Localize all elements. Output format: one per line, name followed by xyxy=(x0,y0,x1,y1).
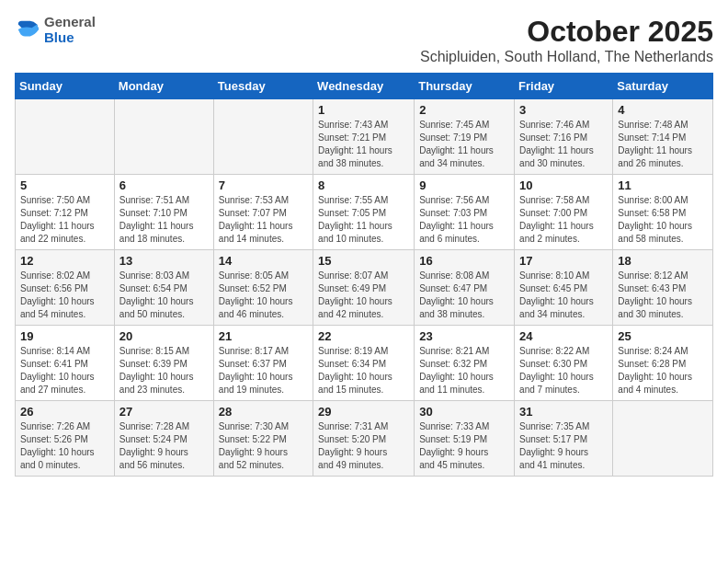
day-info: Sunrise: 7:30 AM Sunset: 5:22 PM Dayligh… xyxy=(219,420,308,472)
day-number: 8 xyxy=(318,178,409,192)
day-number: 2 xyxy=(419,103,509,117)
weekday-header-monday: Monday xyxy=(114,74,213,99)
calendar-cell: 20Sunrise: 8:15 AM Sunset: 6:39 PM Dayli… xyxy=(114,326,213,401)
day-number: 14 xyxy=(219,254,308,268)
calendar-cell: 27Sunrise: 7:28 AM Sunset: 5:24 PM Dayli… xyxy=(114,401,213,477)
day-info: Sunrise: 7:56 AM Sunset: 7:03 PM Dayligh… xyxy=(419,194,509,246)
day-info: Sunrise: 8:05 AM Sunset: 6:52 PM Dayligh… xyxy=(219,270,308,321)
day-info: Sunrise: 7:26 AM Sunset: 5:26 PM Dayligh… xyxy=(20,420,109,472)
calendar-cell: 30Sunrise: 7:33 AM Sunset: 5:19 PM Dayli… xyxy=(415,401,515,477)
day-info: Sunrise: 7:53 AM Sunset: 7:07 PM Dayligh… xyxy=(219,194,308,246)
calendar-title: October 2025 xyxy=(420,15,713,49)
day-info: Sunrise: 7:33 AM Sunset: 5:19 PM Dayligh… xyxy=(419,420,509,472)
calendar-cell: 25Sunrise: 8:24 AM Sunset: 6:28 PM Dayli… xyxy=(613,326,713,401)
day-number: 27 xyxy=(119,405,209,419)
day-number: 22 xyxy=(318,329,409,343)
day-info: Sunrise: 7:48 AM Sunset: 7:14 PM Dayligh… xyxy=(618,119,708,170)
calendar-cell: 12Sunrise: 8:02 AM Sunset: 6:56 PM Dayli… xyxy=(16,250,115,326)
day-info: Sunrise: 7:50 AM Sunset: 7:12 PM Dayligh… xyxy=(20,194,109,246)
calendar-cell: 17Sunrise: 8:10 AM Sunset: 6:45 PM Dayli… xyxy=(515,250,613,326)
day-info: Sunrise: 8:14 AM Sunset: 6:41 PM Dayligh… xyxy=(20,345,109,396)
calendar-cell: 24Sunrise: 8:22 AM Sunset: 6:30 PM Dayli… xyxy=(515,326,613,401)
calendar-cell: 21Sunrise: 8:17 AM Sunset: 6:37 PM Dayli… xyxy=(213,326,313,401)
calendar-cell: 31Sunrise: 7:35 AM Sunset: 5:17 PM Dayli… xyxy=(515,401,613,477)
calendar-week-4: 19Sunrise: 8:14 AM Sunset: 6:41 PM Dayli… xyxy=(16,326,713,401)
calendar-cell: 15Sunrise: 8:07 AM Sunset: 6:49 PM Dayli… xyxy=(313,250,415,326)
weekday-header-tuesday: Tuesday xyxy=(213,74,313,99)
calendar-cell: 26Sunrise: 7:26 AM Sunset: 5:26 PM Dayli… xyxy=(16,401,115,477)
logo: General Blue xyxy=(15,15,96,45)
day-info: Sunrise: 8:10 AM Sunset: 6:45 PM Dayligh… xyxy=(519,270,608,321)
calendar-cell: 7Sunrise: 7:53 AM Sunset: 7:07 PM Daylig… xyxy=(213,175,313,250)
day-info: Sunrise: 8:00 AM Sunset: 6:58 PM Dayligh… xyxy=(618,194,708,246)
day-number: 18 xyxy=(618,254,708,268)
day-info: Sunrise: 7:46 AM Sunset: 7:16 PM Dayligh… xyxy=(519,119,608,170)
day-number: 21 xyxy=(219,329,308,343)
day-number: 13 xyxy=(119,254,209,268)
day-number: 25 xyxy=(618,329,708,343)
day-info: Sunrise: 8:19 AM Sunset: 6:34 PM Dayligh… xyxy=(318,345,409,396)
calendar-week-1: 1Sunrise: 7:43 AM Sunset: 7:21 PM Daylig… xyxy=(16,99,713,175)
calendar-cell: 14Sunrise: 8:05 AM Sunset: 6:52 PM Dayli… xyxy=(213,250,313,326)
day-number: 12 xyxy=(20,254,109,268)
day-info: Sunrise: 8:22 AM Sunset: 6:30 PM Dayligh… xyxy=(519,345,608,396)
day-info: Sunrise: 8:08 AM Sunset: 6:47 PM Dayligh… xyxy=(419,270,509,321)
day-info: Sunrise: 8:12 AM Sunset: 6:43 PM Dayligh… xyxy=(618,270,708,321)
calendar-cell: 22Sunrise: 8:19 AM Sunset: 6:34 PM Dayli… xyxy=(313,326,415,401)
day-info: Sunrise: 7:58 AM Sunset: 7:00 PM Dayligh… xyxy=(519,194,608,246)
calendar-week-3: 12Sunrise: 8:02 AM Sunset: 6:56 PM Dayli… xyxy=(16,250,713,326)
day-number: 3 xyxy=(519,103,608,117)
day-number: 7 xyxy=(219,178,308,192)
calendar-cell xyxy=(613,401,713,477)
day-number: 29 xyxy=(318,405,409,419)
logo-icon xyxy=(15,17,40,43)
day-info: Sunrise: 8:07 AM Sunset: 6:49 PM Dayligh… xyxy=(318,270,409,321)
day-info: Sunrise: 8:15 AM Sunset: 6:39 PM Dayligh… xyxy=(119,345,209,396)
day-number: 17 xyxy=(519,254,608,268)
calendar-cell xyxy=(16,99,115,175)
calendar-cell: 2Sunrise: 7:45 AM Sunset: 7:19 PM Daylig… xyxy=(415,99,515,175)
logo-blue: Blue xyxy=(44,30,96,46)
calendar-cell: 16Sunrise: 8:08 AM Sunset: 6:47 PM Dayli… xyxy=(415,250,515,326)
page-header: General Blue October 2025 Schipluiden, S… xyxy=(15,15,713,65)
day-info: Sunrise: 8:03 AM Sunset: 6:54 PM Dayligh… xyxy=(119,270,209,321)
calendar-cell xyxy=(114,99,213,175)
day-number: 15 xyxy=(318,254,409,268)
day-info: Sunrise: 7:28 AM Sunset: 5:24 PM Dayligh… xyxy=(119,420,209,472)
day-info: Sunrise: 7:45 AM Sunset: 7:19 PM Dayligh… xyxy=(419,119,509,170)
day-info: Sunrise: 7:51 AM Sunset: 7:10 PM Dayligh… xyxy=(119,194,209,246)
weekday-row: SundayMondayTuesdayWednesdayThursdayFrid… xyxy=(16,74,713,99)
day-info: Sunrise: 7:55 AM Sunset: 7:05 PM Dayligh… xyxy=(318,194,409,246)
calendar-cell: 11Sunrise: 8:00 AM Sunset: 6:58 PM Dayli… xyxy=(613,175,713,250)
calendar-cell: 13Sunrise: 8:03 AM Sunset: 6:54 PM Dayli… xyxy=(114,250,213,326)
weekday-header-saturday: Saturday xyxy=(613,74,713,99)
calendar-cell: 6Sunrise: 7:51 AM Sunset: 7:10 PM Daylig… xyxy=(114,175,213,250)
day-info: Sunrise: 8:21 AM Sunset: 6:32 PM Dayligh… xyxy=(419,345,509,396)
calendar-cell: 19Sunrise: 8:14 AM Sunset: 6:41 PM Dayli… xyxy=(16,326,115,401)
day-number: 19 xyxy=(20,329,109,343)
calendar-cell xyxy=(213,99,313,175)
calendar-header: SundayMondayTuesdayWednesdayThursdayFrid… xyxy=(16,74,713,99)
logo-general: General xyxy=(44,15,96,30)
day-number: 28 xyxy=(219,405,308,419)
day-info: Sunrise: 7:31 AM Sunset: 5:20 PM Dayligh… xyxy=(318,420,409,472)
calendar-table: SundayMondayTuesdayWednesdayThursdayFrid… xyxy=(15,73,713,477)
day-number: 26 xyxy=(20,405,109,419)
day-number: 23 xyxy=(419,329,509,343)
day-number: 30 xyxy=(419,405,509,419)
calendar-subtitle: Schipluiden, South Holland, The Netherla… xyxy=(420,49,713,65)
calendar-cell: 8Sunrise: 7:55 AM Sunset: 7:05 PM Daylig… xyxy=(313,175,415,250)
day-number: 31 xyxy=(519,405,608,419)
calendar-cell: 18Sunrise: 8:12 AM Sunset: 6:43 PM Dayli… xyxy=(613,250,713,326)
day-info: Sunrise: 7:43 AM Sunset: 7:21 PM Dayligh… xyxy=(318,119,409,170)
day-number: 24 xyxy=(519,329,608,343)
calendar-cell: 28Sunrise: 7:30 AM Sunset: 5:22 PM Dayli… xyxy=(213,401,313,477)
calendar-cell: 9Sunrise: 7:56 AM Sunset: 7:03 PM Daylig… xyxy=(415,175,515,250)
day-number: 11 xyxy=(618,178,708,192)
day-number: 1 xyxy=(318,103,409,117)
calendar-cell: 1Sunrise: 7:43 AM Sunset: 7:21 PM Daylig… xyxy=(313,99,415,175)
day-number: 4 xyxy=(618,103,708,117)
day-info: Sunrise: 7:35 AM Sunset: 5:17 PM Dayligh… xyxy=(519,420,608,472)
day-number: 16 xyxy=(419,254,509,268)
logo-text: General Blue xyxy=(44,15,96,45)
